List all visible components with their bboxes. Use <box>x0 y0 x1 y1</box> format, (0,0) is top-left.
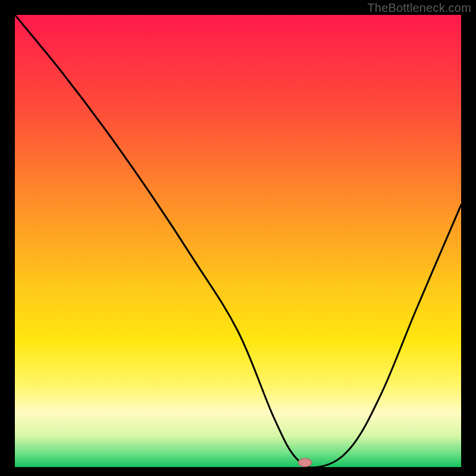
optimal-point-marker <box>299 458 312 466</box>
watermark-label: TheBottleneck.com <box>367 1 471 15</box>
bottleneck-chart-svg <box>15 15 461 467</box>
chart-frame: TheBottleneck.com <box>0 0 476 476</box>
heat-gradient-background <box>15 15 461 467</box>
plot-area <box>15 15 461 467</box>
